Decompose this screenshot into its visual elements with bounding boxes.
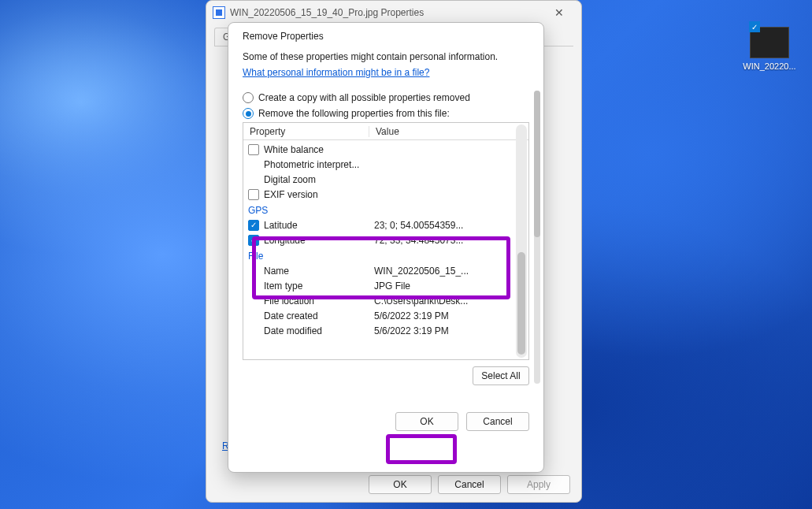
dialog-intro-text: Some of these properties might contain p… xyxy=(243,51,529,62)
row-exif-version[interactable]: EXIF version xyxy=(243,187,528,202)
cancel-button[interactable]: Cancel xyxy=(466,412,529,431)
row-white-balance[interactable]: White balance xyxy=(243,142,528,157)
dialog-title: Remove Properties xyxy=(228,31,543,48)
radio-remove-following-label: Remove the following properties from thi… xyxy=(258,108,450,119)
ok-button[interactable]: OK xyxy=(395,412,458,431)
checkbox-checked-icon[interactable]: ✓ xyxy=(248,220,259,231)
properties-title: WIN_20220506_15_19_40_Pro.jpg Properties xyxy=(230,7,543,18)
row-item-type[interactable]: Item type JPG File xyxy=(243,278,528,293)
checkmark-icon: ✓ xyxy=(749,21,760,32)
row-latitude[interactable]: ✓ Latitude 23; 0; 54.00554359... xyxy=(243,217,528,232)
close-icon[interactable]: ✕ xyxy=(543,6,575,19)
row-photometric[interactable]: Photometric interpret... xyxy=(243,157,528,172)
select-all-button[interactable]: Select All xyxy=(473,366,529,385)
help-link[interactable]: What personal information might be in a … xyxy=(243,67,429,78)
scrollbar-thumb[interactable] xyxy=(534,91,540,237)
grid-body[interactable]: White balance Photometric interpret... D… xyxy=(243,140,528,359)
row-date-modified[interactable]: Date modified 5/6/2022 3:19 PM xyxy=(243,323,528,338)
radio-create-copy-label: Create a copy with all possible properti… xyxy=(258,92,470,103)
checkbox-checked-icon[interactable]: ✓ xyxy=(248,235,259,246)
radio-create-copy[interactable]: Create a copy with all possible properti… xyxy=(243,92,529,103)
properties-apply-button[interactable]: Apply xyxy=(507,475,570,494)
grid-scrollbar[interactable] xyxy=(516,124,527,358)
checkbox-icon[interactable] xyxy=(248,189,259,200)
group-gps: GPS xyxy=(243,202,528,217)
desktop-file-icon[interactable]: ✓ WIN_20220... xyxy=(741,27,798,71)
image-file-icon xyxy=(213,6,225,19)
scrollbar-thumb[interactable] xyxy=(517,252,525,355)
properties-titlebar[interactable]: WIN_20220506_15_19_40_Pro.jpg Properties… xyxy=(206,1,581,24)
column-value[interactable]: Value xyxy=(369,126,528,137)
properties-cancel-button[interactable]: Cancel xyxy=(438,475,501,494)
desktop-file-label: WIN_20220... xyxy=(741,61,798,71)
checkbox-icon[interactable] xyxy=(248,144,259,155)
column-property[interactable]: Property xyxy=(243,126,369,137)
properties-ok-button[interactable]: OK xyxy=(369,475,432,494)
dialog-scrollbar[interactable] xyxy=(534,91,540,384)
row-file-location[interactable]: File location C:\Users\panki\Desk... xyxy=(243,293,528,308)
radio-icon xyxy=(243,108,254,119)
properties-grid: Property Value White balance Photometric… xyxy=(243,122,529,360)
file-thumbnail: ✓ xyxy=(750,27,789,58)
row-digital-zoom[interactable]: Digital zoom xyxy=(243,172,528,187)
radio-remove-following[interactable]: Remove the following properties from thi… xyxy=(243,108,529,119)
row-longitude[interactable]: ✓ Longitude 72; 33; 34.4845073... xyxy=(243,232,528,247)
row-name[interactable]: Name WIN_20220506_15_... xyxy=(243,263,528,278)
grid-header: Property Value xyxy=(243,123,528,140)
radio-icon xyxy=(243,92,254,103)
row-date-created[interactable]: Date created 5/6/2022 3:19 PM xyxy=(243,308,528,323)
remove-properties-dialog: Remove Properties Some of these properti… xyxy=(228,22,544,473)
group-file: File xyxy=(243,247,528,263)
